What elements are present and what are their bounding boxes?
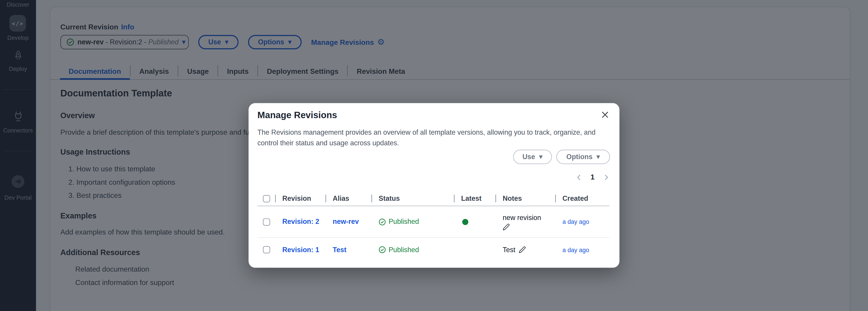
modal-use-button[interactable]: Use ▼	[513, 150, 552, 164]
revision-link[interactable]: Revision: 2	[275, 218, 326, 225]
revisions-table: Revision Alias Status Latest Notes Creat…	[257, 191, 610, 262]
modal-description: The Revisions management provides an ove…	[257, 128, 609, 149]
notes-cell: new revision	[495, 213, 555, 230]
column-header-created: Created	[555, 194, 610, 203]
row-checkbox[interactable]	[263, 218, 270, 225]
chevron-left-icon[interactable]	[576, 174, 582, 180]
created-link[interactable]: a day ago	[555, 219, 610, 225]
table-row: Revision: 2 new-rev Published new revisi…	[257, 206, 610, 238]
select-all-checkbox[interactable]	[263, 195, 270, 202]
pagination: 1	[576, 173, 610, 181]
modal-title: Manage Revisions	[257, 110, 337, 120]
status-badge: Published	[371, 246, 454, 254]
edit-pencil-icon[interactable]	[519, 246, 526, 253]
check-circle-icon	[379, 218, 386, 225]
chevron-right-icon[interactable]	[603, 174, 610, 180]
chevron-down-icon: ▼	[539, 154, 543, 160]
table-row: Revision: 1 Test Published Test	[257, 238, 610, 262]
column-header-status: Status	[371, 194, 454, 203]
row-checkbox[interactable]	[263, 246, 270, 253]
table-header-row: Revision Alias Status Latest Notes Creat…	[257, 191, 610, 206]
modal-options-button[interactable]: Options ▼	[556, 150, 610, 164]
latest-indicator-dot	[462, 219, 468, 225]
status-badge: Published	[371, 218, 454, 225]
alias-link[interactable]: Test	[326, 246, 371, 254]
column-header-latest: Latest	[454, 194, 495, 203]
manage-revisions-modal: Manage Revisions The Revisions managemen…	[249, 103, 620, 268]
column-header-alias: Alias	[326, 194, 371, 203]
check-circle-icon	[379, 246, 386, 253]
revision-link[interactable]: Revision: 1	[275, 246, 326, 254]
app-viewport: Discover </> Develop Deploy Connectors	[0, 0, 868, 311]
close-icon[interactable]	[600, 110, 610, 119]
column-header-notes: Notes	[495, 194, 555, 203]
alias-link[interactable]: new-rev	[326, 218, 371, 225]
column-header-revision: Revision	[275, 194, 326, 203]
notes-cell: Test	[495, 246, 555, 254]
modal-actions: Use ▼ Options ▼	[513, 150, 610, 164]
created-link[interactable]: a day ago	[555, 247, 610, 253]
page-number: 1	[590, 173, 594, 181]
chevron-down-icon: ▼	[596, 154, 600, 160]
edit-pencil-icon[interactable]	[503, 223, 510, 231]
